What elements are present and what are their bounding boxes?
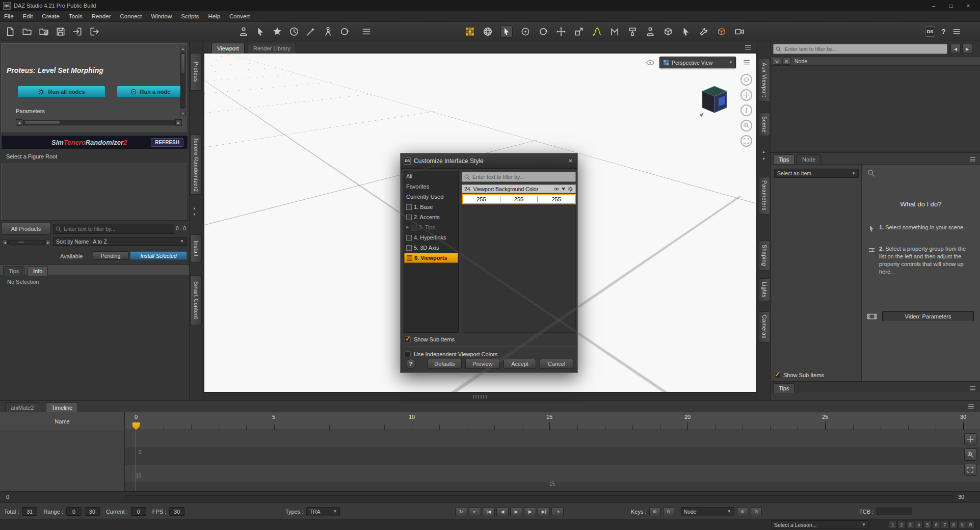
sidetab-aux-viewport[interactable]: Aux Viewport xyxy=(759,58,770,102)
key-options-minus-button[interactable]: ⊖ xyxy=(751,507,762,516)
translate-tool-icon[interactable] xyxy=(556,26,566,37)
spline-tool-icon[interactable] xyxy=(592,26,602,37)
settings-gear-icon[interactable] xyxy=(567,186,573,192)
color-b-value[interactable]: 255 xyxy=(538,196,575,202)
range-start-input[interactable] xyxy=(66,507,82,516)
lesson-button-2[interactable]: 2 xyxy=(897,521,906,529)
close-button[interactable]: × xyxy=(960,1,977,11)
render-camera-icon[interactable] xyxy=(734,26,745,37)
camera-cycle-icon[interactable] xyxy=(646,58,655,67)
select-lesson-dropdown[interactable]: Select a Lesson... ▼ xyxy=(771,520,869,529)
tab-viewport[interactable]: Viewport xyxy=(211,43,245,53)
go-to-start-button[interactable]: ⇤ xyxy=(469,507,481,516)
color-r-value[interactable]: 255 xyxy=(463,196,500,202)
menu-help[interactable]: Help xyxy=(208,13,220,19)
import-icon[interactable] xyxy=(72,26,83,37)
previous-frame-button[interactable]: ◀ xyxy=(496,507,509,516)
viewport-options-icon[interactable] xyxy=(743,58,751,66)
col-visible[interactable]: V xyxy=(773,58,781,65)
dialog-close-icon[interactable]: × xyxy=(566,157,574,165)
tab-node-right[interactable]: Node xyxy=(797,154,821,164)
save-icon[interactable] xyxy=(56,26,66,37)
menu-window[interactable]: Window xyxy=(151,13,172,19)
independent-colors-row[interactable]: Use Independent Viewport Colors xyxy=(405,350,497,359)
list-view-icon[interactable] xyxy=(361,26,372,37)
search-icon[interactable] xyxy=(867,169,876,177)
strip-scroll-down-icon[interactable]: ▼ xyxy=(193,213,196,216)
next-frame-button[interactable]: ▶ xyxy=(524,507,536,516)
menu-create[interactable]: Create xyxy=(42,13,60,19)
frame-view-icon[interactable] xyxy=(740,135,752,147)
tab-render-library[interactable]: Render Library xyxy=(248,43,296,53)
tab-tips-bottom[interactable]: Tips xyxy=(773,383,794,393)
install-selected-tab[interactable]: Install Selected xyxy=(130,251,187,260)
show-sub-items-checkbox[interactable]: ✓ xyxy=(405,336,411,342)
previous-key-button[interactable]: |◀ xyxy=(483,507,495,516)
menu-convert[interactable]: Convert xyxy=(229,13,250,19)
run-all-nodes-button[interactable]: Run all nodes xyxy=(17,86,105,98)
color-g-value[interactable]: 255 xyxy=(500,196,538,202)
dialog-help-button[interactable]: ? xyxy=(406,359,416,369)
surface-paint-icon[interactable] xyxy=(627,26,638,37)
lesson-button-r[interactable]: R xyxy=(967,521,975,529)
h-scroll-thumb[interactable] xyxy=(24,121,60,124)
tab-animate2[interactable]: aniMate2 xyxy=(5,402,39,412)
defaults-button[interactable]: Defaults xyxy=(428,359,462,369)
help-icon[interactable]: ? xyxy=(941,28,946,36)
sort-dropdown[interactable]: Sort by Name : A to Z ▼ xyxy=(53,237,187,246)
group-hyperlinks[interactable]: 4. Hyperlinks xyxy=(404,232,458,243)
new-file-icon[interactable] xyxy=(5,26,15,37)
group-base[interactable]: 1. Base xyxy=(404,202,458,212)
group-tips[interactable]: ▶3. Tips xyxy=(404,222,458,232)
run-a-node-button[interactable]: Run a node xyxy=(117,86,183,98)
cancel-button[interactable]: Cancel xyxy=(540,359,573,369)
available-tab[interactable]: Available xyxy=(60,253,83,259)
tcb-field[interactable] xyxy=(877,508,912,515)
dialog-filter-input[interactable] xyxy=(462,172,576,182)
content-package-icon[interactable] xyxy=(717,26,727,37)
pane-menu-icon[interactable] xyxy=(969,155,976,163)
tab-tips-right[interactable]: Tips xyxy=(773,154,794,164)
total-input[interactable] xyxy=(22,507,37,516)
sidetab-scene[interactable]: Scene xyxy=(759,113,770,136)
expand-icon[interactable]: ▶ xyxy=(406,225,409,229)
scene-tree-body[interactable] xyxy=(771,66,980,151)
box-edit-icon[interactable] xyxy=(663,26,673,37)
node-selection-tool[interactable] xyxy=(500,25,513,38)
group-viewports[interactable]: 6. Viewports xyxy=(404,253,458,263)
timeline-ruler[interactable]: Name 0 5 10 15 20 25 30 xyxy=(0,412,980,430)
daz-badge-icon[interactable]: DS xyxy=(925,26,935,37)
scroll-right-icon[interactable]: ▶ xyxy=(175,119,182,126)
accept-button[interactable]: Accept xyxy=(504,359,536,369)
tab-tips[interactable]: Tips xyxy=(3,266,24,276)
lesson-button-1[interactable]: 1 xyxy=(889,521,897,529)
slider-thumb[interactable] xyxy=(18,241,25,244)
create-clock-icon[interactable] xyxy=(289,26,299,37)
range-end-input[interactable] xyxy=(85,507,100,516)
pan-view-icon[interactable] xyxy=(740,89,752,101)
pane-menu-icon[interactable] xyxy=(969,384,976,392)
orbit-tool-icon[interactable] xyxy=(538,26,548,37)
favorite-heart-icon[interactable]: ♥ xyxy=(562,186,565,192)
menu-render[interactable]: Render xyxy=(92,13,111,19)
create-figure-icon[interactable] xyxy=(239,26,249,37)
sidetab-tenero[interactable]: Tenero Randomizer2 xyxy=(191,135,202,195)
sidetab-proteus[interactable]: Proteus xyxy=(191,53,202,91)
node-grid-icon[interactable] xyxy=(465,26,475,37)
preview-button[interactable]: Preview xyxy=(465,359,500,369)
node-dropdown[interactable]: Node▼ xyxy=(681,507,734,516)
all-products-button[interactable]: All Products xyxy=(1,223,51,235)
track-name-column[interactable] xyxy=(0,430,125,491)
viewport-pane-menu-icon[interactable] xyxy=(744,43,752,51)
col-selectable[interactable]: S xyxy=(782,58,791,65)
cursor-plus-icon[interactable] xyxy=(681,26,691,37)
figure-icon[interactable] xyxy=(645,26,655,37)
group-favorites[interactable]: Favorites xyxy=(404,181,458,192)
lesson-button-6[interactable]: 6 xyxy=(932,521,940,529)
timeline-zoom-button[interactable] xyxy=(964,448,976,461)
open-recent-icon[interactable] xyxy=(39,26,49,37)
wrench-icon[interactable] xyxy=(699,26,709,37)
lesson-button-9[interactable]: 9 xyxy=(958,521,966,529)
slider-left-icon[interactable]: ◀ xyxy=(2,240,8,245)
create-orbit-icon[interactable] xyxy=(339,26,350,37)
